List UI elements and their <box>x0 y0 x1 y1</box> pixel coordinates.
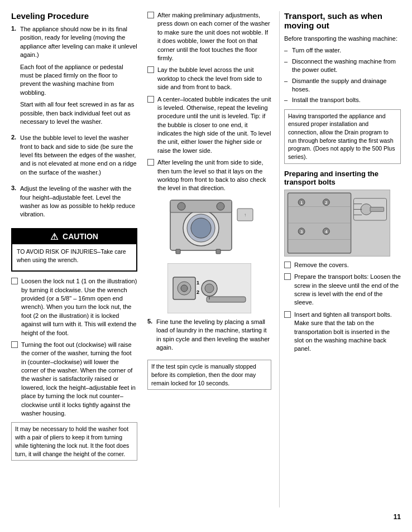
mid-note-text: If the test spin cycle is manually stopp… <box>151 363 256 386</box>
step-3-num: 3. <box>11 185 20 223</box>
leveling-title: Leveling Procedure <box>11 11 137 21</box>
svg-point-6 <box>217 202 224 210</box>
svg-rect-35 <box>370 207 384 211</box>
step-3-para-1: Adjust the leveling of the washer with t… <box>20 185 137 219</box>
step-5-para-1: Fine tune the leveling by placing a smal… <box>156 318 271 352</box>
step-2: 2. Use the bubble level to level the was… <box>11 134 137 180</box>
dash-item-1: – Turn off the water. <box>284 46 401 55</box>
mid-checkbox-1-text: After making preliminary adjustments, pr… <box>157 11 271 62</box>
dash-item-4: – Install the transport bolts. <box>284 96 401 104</box>
svg-point-19 <box>205 284 214 293</box>
step-5-num: 5. <box>147 318 156 356</box>
right-checkbox-2: Prepare the transport bolts: Loosen the … <box>284 273 401 307</box>
checkbox-1-box[interactable] <box>11 278 18 284</box>
svg-text:3: 3 <box>300 229 303 234</box>
wrench-diagram-container: 1 2 <box>147 263 271 313</box>
right-column: Transport, such as when moving out Befor… <box>279 11 401 507</box>
dash-4-text: Install the transport bolts. <box>292 96 361 104</box>
transport-title: Transport, such as when moving out <box>284 11 401 30</box>
transport-bolts-subtitle: Preparing and inserting the transport bo… <box>284 170 401 186</box>
dash-1: – <box>284 46 292 55</box>
step-1-para-2: Each foot of the appliance or pedestal m… <box>20 63 137 98</box>
right-checkbox-2-text: Prepare the transport bolts: Loosen the … <box>294 273 401 307</box>
checkbox-2-text: Turning the foot out (clockwise) will ra… <box>21 341 137 418</box>
svg-point-14 <box>181 285 188 292</box>
step-1-para-3: Start with all four feet screwed in as f… <box>20 100 137 126</box>
svg-text:2: 2 <box>197 289 199 295</box>
mid-checkbox-3-text: A center–located bubble indicates the un… <box>157 95 271 156</box>
svg-point-5 <box>178 202 185 210</box>
step-1-content: The appliance should now be in its final… <box>20 25 137 129</box>
svg-text:2: 2 <box>325 200 328 205</box>
svg-text:↑: ↑ <box>244 212 246 217</box>
step-5-content: Fine tune the leveling by placing a smal… <box>156 318 271 356</box>
transport-bolts-diagram-container: 1 2 3 4 <box>284 190 401 257</box>
svg-text:4: 4 <box>325 229 328 234</box>
right-checkbox-2-box[interactable] <box>284 273 291 280</box>
dash-4: – <box>284 96 292 104</box>
middle-column: After making preliminary adjustments, pr… <box>145 11 279 507</box>
left-checkbox-1: Loosen the lock nut 1 (1 on the illustra… <box>11 277 137 337</box>
mid-checkbox-1-box[interactable] <box>147 12 154 18</box>
caution-text: TO AVOID RISK OF INJURIES–Take care when… <box>17 248 132 264</box>
caution-header: ⚠ CAUTION <box>12 229 136 244</box>
step-2-content: Use the bubble level to level the washer… <box>20 134 137 180</box>
right-checkbox-1: Remove the covers. <box>284 261 401 269</box>
caution-label: CAUTION <box>63 232 98 241</box>
mid-checkbox-4-box[interactable] <box>147 159 154 166</box>
page-number: 11 <box>11 513 401 521</box>
washer-diagram-svg: ↑ <box>165 197 254 259</box>
dash-2: – <box>284 57 292 75</box>
mid-checkbox-2-box[interactable] <box>147 66 154 73</box>
washer-diagram-container: ↑ <box>147 197 271 259</box>
right-checkbox-3-text: Insert and tighten all transport bolts. … <box>294 311 401 354</box>
left-note-text: It may be necessary to hold the washer f… <box>15 425 129 457</box>
caution-box: ⚠ CAUTION TO AVOID RISK OF INJURIES–Take… <box>11 228 137 272</box>
svg-text:1: 1 <box>197 280 199 286</box>
dash-2-text: Disconnect the washing machine from the … <box>292 57 401 75</box>
dash-3-text: Dismantle the supply and drainage hoses. <box>292 77 401 94</box>
dash-3: – <box>284 77 292 94</box>
left-checkbox-2: Turning the foot out (clockwise) will ra… <box>11 341 137 418</box>
svg-rect-17 <box>207 297 246 302</box>
mid-note-box: If the test spin cycle is manually stopp… <box>147 360 271 390</box>
right-checkbox-1-text: Remove the covers. <box>294 261 401 269</box>
dash-list: – Turn off the water. – Disconnect the w… <box>284 46 401 104</box>
mid-checkbox-3-box[interactable] <box>147 96 154 103</box>
checkbox-2-box[interactable] <box>11 341 18 348</box>
mid-checkbox-1: After making preliminary adjustments, pr… <box>147 11 271 62</box>
svg-point-3 <box>191 218 211 238</box>
dash-item-2: – Disconnect the washing machine from th… <box>284 57 401 75</box>
caution-body: TO AVOID RISK OF INJURIES–Take care when… <box>12 244 136 270</box>
svg-rect-9 <box>176 249 180 254</box>
dash-1-text: Turn off the water. <box>292 46 341 55</box>
mid-checkbox-3: A center–located bubble indicates the un… <box>147 95 271 156</box>
step-2-para-1: Use the bubble level to level the washer… <box>20 134 137 177</box>
transport-note-box: Having transported the appliance and ens… <box>284 109 401 164</box>
mid-checkbox-4: After leveling the unit from side to sid… <box>147 158 271 193</box>
transport-bolts-diagram-svg: 1 2 3 4 <box>284 190 390 257</box>
mid-checkbox-2-text: Lay the bubble level across the unit wor… <box>157 66 271 91</box>
transport-note-text: Having transported the appliance and ens… <box>288 113 395 160</box>
step-3-content: Adjust the leveling of the washer with t… <box>20 185 137 223</box>
svg-text:1: 1 <box>300 200 303 205</box>
left-note-box: It may be necessary to hold the washer f… <box>11 422 137 461</box>
right-checkbox-3-box[interactable] <box>284 311 291 318</box>
step-1-num: 1. <box>11 25 20 129</box>
left-column: Leveling Procedure 1. The appliance shou… <box>11 11 145 507</box>
transport-intro: Before transporting the washing machine: <box>284 35 401 43</box>
mid-checkbox-2: Lay the bubble level across the unit wor… <box>147 66 271 91</box>
wrench-diagram-svg: 1 2 <box>167 263 251 313</box>
checkbox-1-text: Loosen the lock nut 1 (1 on the illustra… <box>21 277 137 337</box>
right-checkbox-1-box[interactable] <box>284 262 291 268</box>
svg-rect-10 <box>216 249 221 254</box>
right-checkbox-3: Insert and tighten all transport bolts. … <box>284 311 401 354</box>
step-3: 3. Adjust the leveling of the washer wit… <box>11 185 137 223</box>
step-1: 1. The appliance should now be in its fi… <box>11 25 137 129</box>
step-1-para-1: The appliance should now be in its final… <box>20 25 137 60</box>
step-5: 5. Fine tune the leveling by placing a s… <box>147 318 271 356</box>
warning-triangle-icon: ⚠ <box>50 231 58 242</box>
page: Leveling Procedure 1. The appliance shou… <box>0 0 412 532</box>
step-2-num: 2. <box>11 134 20 180</box>
mid-checkbox-4-text: After leveling the unit from side to sid… <box>157 158 271 193</box>
